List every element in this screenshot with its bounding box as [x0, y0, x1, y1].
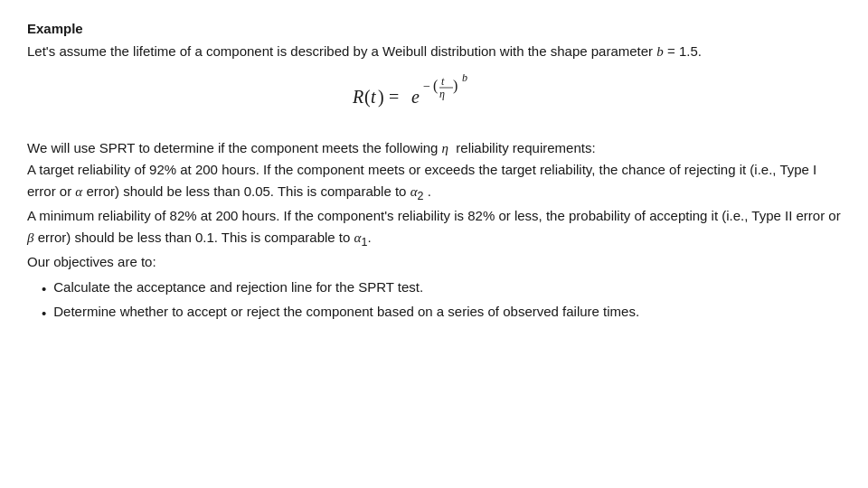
- paragraph-target-reliability: A target reliability of 92% at 200 hours…: [27, 162, 816, 199]
- svg-text:η: η: [439, 88, 445, 100]
- main-content: Example Let's assume the lifetime of a c…: [27, 18, 841, 325]
- formula-container: R ( t ) = e − ( t η ) b: [27, 74, 841, 121]
- svg-text:t: t: [441, 75, 445, 88]
- section-title: Example: [27, 18, 841, 39]
- bullet-dot-2: •: [42, 303, 46, 324]
- bullet-dot-1: •: [42, 278, 46, 299]
- objectives-list: • Calculate the acceptance and rejection…: [42, 277, 841, 324]
- svg-text:): ): [453, 78, 458, 94]
- bullet-text-1: Calculate the acceptance and rejection l…: [53, 277, 423, 297]
- bullet-item-1: • Calculate the acceptance and rejection…: [42, 277, 841, 299]
- bullet-item-2: • Determine whether to accept or reject …: [42, 301, 841, 324]
- svg-text:(: (: [433, 78, 438, 94]
- paragraph-sprt: We will use SPRT to determine if the com…: [27, 140, 596, 155]
- svg-text:(: (: [364, 87, 371, 108]
- paragraph-objectives: Our objectives are to:: [27, 254, 156, 269]
- svg-text:b: b: [462, 74, 467, 84]
- svg-text:R: R: [353, 87, 363, 107]
- svg-text:=: =: [389, 87, 399, 107]
- svg-text:e: e: [411, 87, 420, 107]
- svg-text:): ): [378, 87, 384, 108]
- bullet-text-2: Determine whether to accept or reject th…: [53, 301, 639, 322]
- weibull-formula: R ( t ) = e − ( t η ) b: [353, 74, 515, 121]
- svg-text:t: t: [371, 87, 376, 107]
- intro-paragraph: Let's assume the lifetime of a component…: [27, 41, 841, 62]
- body-text: We will use SPRT to determine if the com…: [27, 137, 841, 324]
- svg-text:−: −: [423, 80, 430, 93]
- paragraph-minimum-reliability: A minimum reliability of 82% at 200 hour…: [27, 208, 841, 245]
- param-b: b: [656, 44, 664, 59]
